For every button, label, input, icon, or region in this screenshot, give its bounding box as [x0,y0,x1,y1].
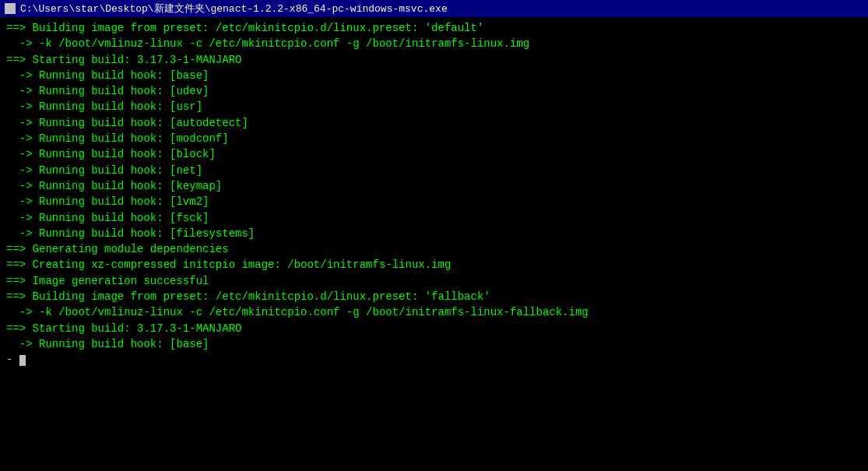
terminal-line: -> Running build hook: [block] [6,146,862,162]
terminal-line: -> Running build hook: [keymap] [6,178,862,194]
terminal-line: ==> Building image from preset: /etc/mki… [6,289,862,304]
terminal-line: -> Running build hook: [modconf] [6,131,862,146]
terminal-line: ==> Generating module dependencies [6,241,862,257]
terminal-line: -> Running build hook: [net] [6,163,862,178]
terminal-line: -> Running build hook: [usr] [6,99,862,114]
terminal-line: -> Running build hook: [filesystems] [6,226,862,241]
terminal-line: -> Running build hook: [udev] [6,83,862,99]
terminal-line: ==> Starting build: 3.17.3-1-MANJARO [6,52,862,68]
title-bar-label: C:\Users\star\Desktop\新建文件夹\genact-1.2.2… [20,2,448,16]
terminal-line: -> Running build hook: [autodetect] [6,115,862,131]
terminal-line: ==> Building image from preset: /etc/mki… [6,20,862,36]
terminal-line: -> -k /boot/vmlinuz-linux -c /etc/mkinit… [6,36,862,51]
terminal-line: -> Running build hook: [base] [6,336,862,352]
terminal-line: -> Running build hook: [lvm2] [6,194,862,209]
terminal-cursor [19,355,26,366]
terminal-line: ==> Image generation successful [6,273,862,289]
title-bar: C:\Users\star\Desktop\新建文件夹\genact-1.2.2… [0,0,868,17]
terminal-cursor-line: - [6,352,862,367]
terminal-line: ==> Creating xz-compressed initcpio imag… [6,257,862,272]
terminal-line: -> Running build hook: [base] [6,68,862,83]
terminal-line: ==> Starting build: 3.17.3-1-MANJARO [6,321,862,336]
title-bar-icon [5,3,16,14]
terminal-line: -> -k /boot/vmlinuz-linux -c /etc/mkinit… [6,304,862,320]
terminal-body: ==> Building image from preset: /etc/mki… [0,17,868,471]
terminal-line: -> Running build hook: [fsck] [6,210,862,226]
